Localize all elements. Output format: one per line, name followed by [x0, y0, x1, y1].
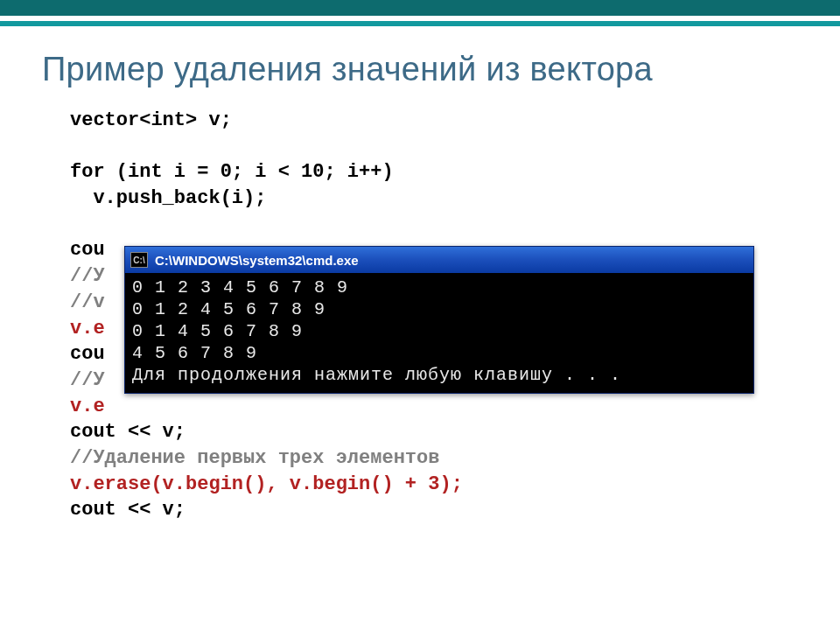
terminal-title: C:\WINDOWS\system32\cmd.exe [155, 253, 359, 268]
terminal-line: 0 1 2 4 5 6 7 8 9 [132, 299, 326, 319]
code-line: cou [70, 239, 105, 261]
code-line: //У [70, 265, 105, 287]
code-line: for (int i = 0; i < 10; i++) [70, 161, 394, 183]
code-line: cout << v; [70, 421, 186, 443]
code-line: //v [70, 291, 105, 313]
code-line: v.push_back(i); [70, 187, 266, 209]
terminal-line: 4 5 6 7 8 9 [132, 343, 257, 363]
terminal-window: C:\ C:\WINDOWS\system32\cmd.exe 0 1 2 3 … [124, 246, 754, 394]
slide-title: Пример удаления значений из вектора [42, 51, 840, 88]
slide: Пример удаления значений из вектора vect… [0, 0, 840, 630]
terminal-line: Для продолжения нажмите любую клавишу . … [132, 365, 621, 385]
terminal-line: 0 1 2 3 4 5 6 7 8 9 [132, 277, 348, 298]
terminal-titlebar[interactable]: C:\ C:\WINDOWS\system32\cmd.exe [125, 247, 753, 273]
code-line: //У [70, 369, 105, 391]
code-line: vector<int> v; [70, 109, 232, 131]
decor-bar-top [0, 0, 840, 16]
terminal-body: 0 1 2 3 4 5 6 7 8 9 0 1 2 4 5 6 7 8 9 0 … [125, 273, 753, 393]
cmd-icon: C:\ [130, 252, 148, 268]
code-line: cou [70, 343, 105, 365]
code-line: cout << v; [70, 499, 186, 521]
code-line: //Удаление первых трех элементов [70, 447, 439, 469]
code-line: v.e [70, 318, 105, 340]
code-line: v.erase(v.begin(), v.begin() + 3); [70, 473, 463, 495]
terminal-line: 0 1 4 5 6 7 8 9 [132, 321, 303, 341]
decor-bar-sub [0, 21, 840, 26]
code-line: v.e [70, 396, 105, 417]
